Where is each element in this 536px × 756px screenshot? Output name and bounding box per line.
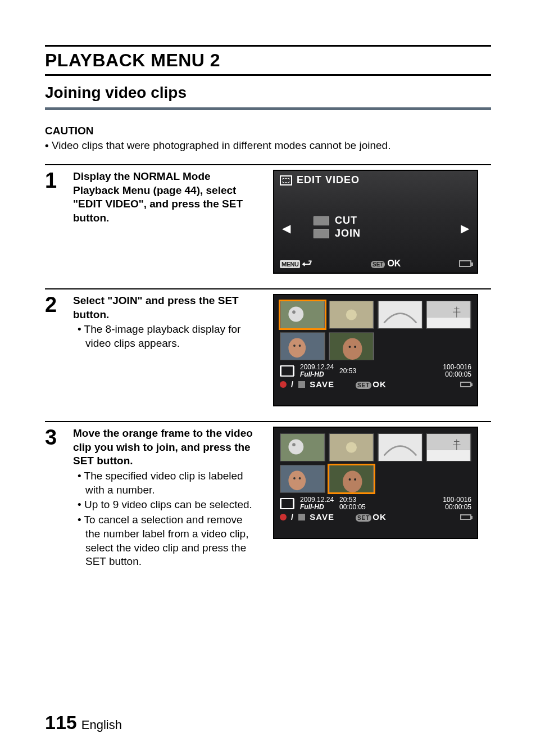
thumb-2 (329, 433, 374, 461)
thumb-4 (426, 301, 471, 329)
battery-icon (460, 514, 471, 520)
slash: / (291, 512, 294, 522)
ok-label: OK (387, 259, 401, 268)
svg-point-29 (293, 477, 296, 479)
caution-text: • Video clips that were photographed in … (53, 139, 491, 152)
thumb-5 (280, 332, 325, 360)
battery-icon (459, 260, 471, 267)
thumb-6 (329, 332, 374, 360)
page-number: 115 (45, 712, 77, 733)
svg-rect-24 (378, 434, 421, 461)
svg-rect-35 (281, 499, 293, 509)
svg-point-9 (288, 338, 306, 358)
bullet-text: To cancel a selection and remove the num… (84, 514, 249, 567)
svg-point-30 (299, 477, 301, 479)
thumb-1 (280, 433, 325, 461)
return-icon: ⮐ (302, 257, 312, 269)
svg-rect-16 (281, 366, 293, 376)
rec-dot-icon (280, 381, 287, 388)
info-time: 20:53 (339, 368, 356, 375)
option-join: JOIN (335, 228, 361, 239)
menu-badge: MENU (280, 260, 300, 268)
arrow-left-icon: ◀ (282, 221, 290, 235)
film-icon (280, 497, 294, 510)
bullet-text: The 8-image playback display for video c… (84, 323, 241, 349)
svg-point-11 (299, 345, 301, 347)
join-icon (314, 229, 329, 238)
svg-rect-18 (293, 366, 294, 376)
info-duration-b: 00:00:05 (443, 504, 471, 511)
step-number: 2 (45, 294, 64, 315)
svg-point-34 (354, 478, 356, 481)
ok-label: OK (373, 512, 387, 522)
step-illustration: EDIT VIDEO ◀ ▶ CUT JOIN MENU⮐ SETOK (273, 170, 481, 274)
option-cut: CUT (335, 215, 357, 227)
thumb-3 (378, 433, 423, 461)
edit-icon (280, 175, 292, 185)
info-duration: 00:00:05 (443, 371, 471, 378)
svg-rect-25 (427, 434, 470, 450)
stop-icon (298, 514, 305, 520)
save-label: SAVE (310, 379, 334, 389)
arrow-right-icon: ▶ (461, 221, 469, 235)
save-label: SAVE (310, 512, 334, 522)
thumb-5 (280, 465, 325, 493)
stop-icon (298, 381, 305, 388)
svg-point-10 (293, 345, 296, 347)
step-bold: Move the orange frame to the video clip … (73, 427, 253, 467)
step-body: Move the orange frame to the video clip … (73, 427, 264, 569)
page-title-h2: Joining video clips (45, 84, 491, 110)
thumb-4 (426, 433, 471, 461)
svg-point-28 (288, 471, 306, 491)
svg-point-33 (348, 478, 351, 481)
svg-rect-5 (378, 301, 421, 328)
step-bullet: • The specified video clip is labeled wi… (85, 469, 258, 497)
svg-point-23 (346, 442, 357, 452)
svg-point-20 (288, 440, 303, 455)
svg-rect-7 (427, 318, 470, 328)
battery-icon (460, 382, 471, 387)
thumb-6-selected: 1 (329, 465, 374, 493)
svg-point-32 (343, 471, 362, 492)
step-bullet: • The 8-image playback display for video… (85, 323, 258, 350)
bullet-text: The specified video clip is labeled with… (84, 470, 243, 496)
step-body: Select "JOIN" and press the SET button. … (73, 294, 264, 351)
info-duration-a: 00:00:05 (339, 504, 366, 511)
thumb-1-selected (280, 301, 325, 329)
step-1: 1 Display the NORMAL Mode Playback Menu … (45, 164, 491, 274)
step-bullet: • To cancel a selection and remove the n… (85, 513, 258, 569)
film-icon (280, 365, 294, 377)
thumb-2 (329, 301, 374, 329)
camera-screen-thumbs-1: 2009.12.24 Full-HD 20:53 100-0016 00:00:… (273, 294, 478, 406)
svg-point-13 (343, 338, 362, 360)
page-footer: 115English (45, 712, 122, 734)
ok-label: OK (373, 379, 387, 389)
camera-screen-thumbs-2: 1 2009.12.24 Full-HD 20:53 00:00:05 100-… (273, 427, 478, 539)
rec-dot-icon (280, 514, 287, 520)
svg-rect-17 (280, 366, 281, 376)
step-3: 3 Move the orange frame to the video cli… (45, 421, 491, 569)
cut-icon (314, 216, 329, 225)
set-badge: SET (371, 261, 385, 268)
bullet-text: Up to 9 video clips can be selected. (84, 499, 252, 510)
svg-rect-26 (427, 450, 470, 461)
step-bold: Select "JOIN" and press the SET button. (73, 295, 239, 320)
step-bullet: • Up to 9 video clips can be selected. (85, 498, 258, 512)
screen-title: EDIT VIDEO (297, 174, 360, 186)
caution-text-span: Video clips that were photographed in di… (52, 139, 391, 151)
step-illustration: 1 2009.12.24 Full-HD 20:53 00:00:05 100-… (273, 427, 481, 539)
svg-rect-6 (427, 301, 470, 318)
step-number: 1 (45, 170, 64, 191)
thumb-3 (378, 301, 423, 329)
step-body: Display the NORMAL Mode Playback Menu (p… (73, 170, 264, 225)
svg-point-4 (346, 309, 357, 320)
svg-rect-36 (280, 499, 281, 509)
svg-point-1 (288, 307, 303, 322)
set-badge: SET (356, 382, 371, 389)
set-badge: SET (356, 514, 371, 522)
info-mode: Full-HD (300, 504, 334, 511)
camera-screen-edit-video: EDIT VIDEO ◀ ▶ CUT JOIN MENU⮐ SETOK (273, 170, 478, 274)
info-mode: Full-HD (300, 371, 334, 378)
svg-point-15 (354, 346, 356, 348)
step-number: 3 (45, 427, 64, 448)
